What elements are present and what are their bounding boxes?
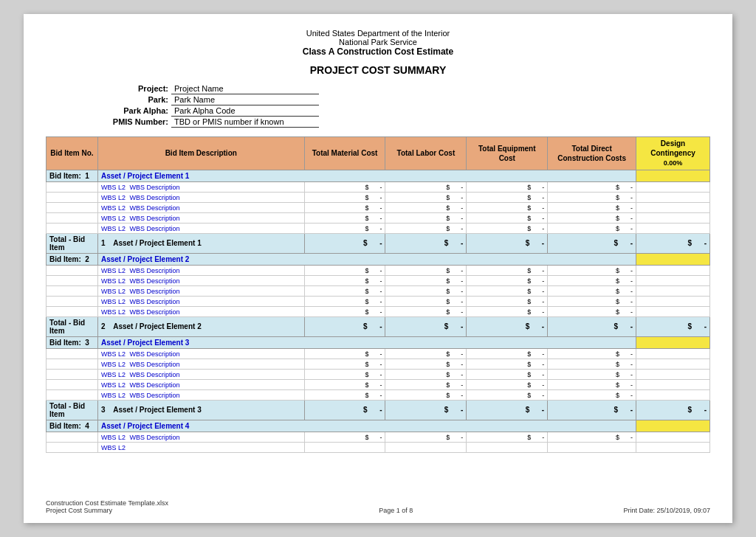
wbs-design-cell <box>636 296 710 306</box>
wbs-desc-cell: WBS L2 WBS Description <box>97 181 304 192</box>
main-title: PROJECT COST SUMMARY <box>46 64 710 76</box>
wbs-labor-cell: $ - <box>385 265 467 275</box>
wbs-mat-cell: $ - <box>304 358 385 369</box>
wbs-direct-cell: $ - <box>548 296 636 306</box>
pmis-label: PMIS Number: <box>105 117 171 128</box>
wbs-equip-cell: $ - <box>467 306 548 316</box>
bid-item-design-cell <box>636 420 710 432</box>
th-total-equipment: Total Equipment Cost <box>467 137 548 170</box>
wbs-mat-cell: $ - <box>304 212 385 223</box>
wbs-mat-cell: $ - <box>304 379 385 389</box>
total-equip-cell: $ - <box>467 233 548 253</box>
wbs-direct-cell: $ - <box>548 348 636 358</box>
wbs-bid-no-cell <box>47 202 98 212</box>
total-equip-cell: $ - <box>467 316 548 336</box>
wbs-direct-cell: $ - <box>548 192 636 202</box>
wbs-direct-cell: $ - <box>548 212 636 223</box>
bid-item-design-cell <box>636 170 710 181</box>
page: United States Department of the Interior… <box>24 14 732 523</box>
footer-left: Construction Cost Estimate Template.xlsx… <box>46 499 168 514</box>
wbs-desc-cell: WBS L2 WBS Description <box>97 212 304 223</box>
wbs-row: WBS L2 <box>47 442 710 452</box>
wbs-equip-cell: $ - <box>467 265 548 275</box>
wbs-mat-cell: $ - <box>304 348 385 358</box>
wbs-bid-no-cell <box>47 275 98 285</box>
th-bid-item-desc: Bid Item Description <box>97 137 304 170</box>
wbs-equip-cell: $ - <box>467 358 548 369</box>
wbs-desc-cell: WBS L2 WBS Description <box>97 285 304 296</box>
wbs-labor-cell: $ - <box>385 212 467 223</box>
wbs-desc-cell: WBS L2 WBS Description <box>97 358 304 369</box>
wbs-labor-cell: $ - <box>385 285 467 296</box>
bid-item-element-name: Asset / Project Element 3 <box>97 336 636 348</box>
wbs-direct-cell: $ - <box>548 223 636 233</box>
wbs-direct-cell: $ - <box>548 358 636 369</box>
wbs-labor-cell: $ - <box>385 306 467 316</box>
wbs-labor-cell: $ - <box>385 379 467 389</box>
bid-item-header-label: Bid Item: 2 <box>47 253 98 265</box>
wbs-labor-cell: $ - <box>385 192 467 202</box>
wbs-equip-cell: $ - <box>467 296 548 306</box>
wbs-bid-no-cell <box>47 389 98 400</box>
wbs-row: WBS L2 WBS Description$ -$ -$ -$ - <box>47 358 710 369</box>
wbs-direct-cell: $ - <box>548 306 636 316</box>
wbs-bid-no-cell <box>47 358 98 369</box>
wbs-bid-no-cell <box>47 223 98 233</box>
wbs-bid-no-cell <box>47 181 98 192</box>
wbs-bid-no-cell <box>47 296 98 306</box>
wbs-design-cell <box>636 348 710 358</box>
wbs-mat-cell: $ - <box>304 192 385 202</box>
wbs-row: WBS L2 WBS Description$ -$ -$ -$ - <box>47 389 710 400</box>
wbs-row: WBS L2 WBS Description$ -$ -$ -$ - <box>47 306 710 316</box>
wbs-direct-cell: $ - <box>548 432 636 442</box>
wbs-row: WBS L2 WBS Description$ -$ -$ -$ - <box>47 275 710 285</box>
wbs-desc-cell: WBS L2 WBS Description <box>97 432 304 442</box>
park-alpha-label: Park Alpha: <box>105 105 171 117</box>
total-element-cell: 3 Asset / Project Element 3 <box>97 400 304 420</box>
wbs-design-cell <box>636 369 710 379</box>
wbs-labor-cell <box>385 442 467 452</box>
bid-item-header-row: Bid Item: 1Asset / Project Element 1 <box>47 170 710 181</box>
wbs-bid-no-cell <box>47 348 98 358</box>
wbs-row: WBS L2 WBS Description$ -$ -$ -$ - <box>47 285 710 296</box>
total-design-cell: $ - <box>636 400 710 420</box>
total-label-cell: Total - Bid Item <box>47 316 98 336</box>
th-design-contingency: Design Contingency 0.00% <box>636 137 710 170</box>
wbs-labor-cell: $ - <box>385 275 467 285</box>
wbs-mat-cell: $ - <box>304 389 385 400</box>
bid-item-header-label: Bid Item: 1 <box>47 170 98 181</box>
wbs-mat-cell: $ - <box>304 369 385 379</box>
total-mat-cell: $ - <box>304 316 385 336</box>
wbs-desc-cell: WBS L2 WBS Description <box>97 369 304 379</box>
wbs-row: WBS L2 WBS Description$ -$ -$ -$ - <box>47 379 710 389</box>
park-alpha-value: Park Alpha Code <box>171 105 319 117</box>
wbs-desc-cell: WBS L2 WBS Description <box>97 389 304 400</box>
bid-item-design-cell <box>636 253 710 265</box>
wbs-row: WBS L2 WBS Description$ -$ -$ -$ - <box>47 192 710 202</box>
bid-item-element-name: Asset / Project Element 1 <box>97 170 636 181</box>
wbs-mat-cell: $ - <box>304 432 385 442</box>
wbs-mat-cell: $ - <box>304 306 385 316</box>
wbs-row: WBS L2 WBS Description$ -$ -$ -$ - <box>47 212 710 223</box>
wbs-mat-cell: $ - <box>304 181 385 192</box>
total-equip-cell: $ - <box>467 400 548 420</box>
wbs-labor-cell: $ - <box>385 432 467 442</box>
park-label: Park: <box>105 94 171 105</box>
wbs-row: WBS L2 WBS Description$ -$ -$ -$ - <box>47 181 710 192</box>
bid-item-design-cell <box>636 336 710 348</box>
wbs-row: WBS L2 WBS Description$ -$ -$ -$ - <box>47 432 710 442</box>
wbs-bid-no-cell <box>47 379 98 389</box>
wbs-equip-cell: $ - <box>467 223 548 233</box>
wbs-design-cell <box>636 379 710 389</box>
wbs-direct-cell: $ - <box>548 379 636 389</box>
total-labor-cell: $ - <box>385 233 467 253</box>
wbs-equip-cell: $ - <box>467 432 548 442</box>
wbs-labor-cell: $ - <box>385 358 467 369</box>
wbs-equip-cell: $ - <box>467 202 548 212</box>
wbs-equip-cell: $ - <box>467 192 548 202</box>
wbs-labor-cell: $ - <box>385 369 467 379</box>
wbs-direct-cell: $ - <box>548 369 636 379</box>
sheet-name: Project Cost Summary <box>46 507 168 514</box>
wbs-equip-cell <box>467 442 548 452</box>
wbs-labor-cell: $ - <box>385 202 467 212</box>
